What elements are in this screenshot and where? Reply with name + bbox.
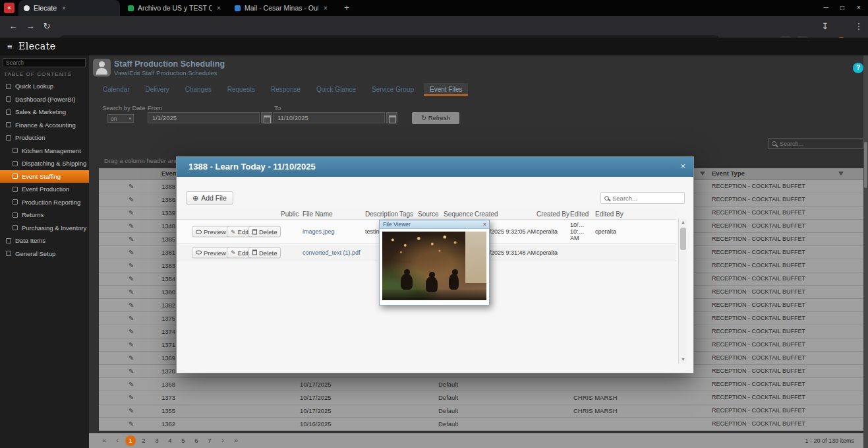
sidebar-item[interactable]: Dispatching & Shipping <box>0 157 89 170</box>
tab-changes[interactable]: Changes <box>179 83 217 96</box>
edit-pencil-icon[interactable]: ✎ <box>129 196 134 203</box>
to-date-input[interactable]: 11/10/2025 <box>273 112 385 123</box>
tab-close-icon[interactable]: × <box>324 5 328 12</box>
sidebar-search-input[interactable] <box>3 58 86 67</box>
hamburger-menu-icon[interactable]: ≡ <box>7 42 13 51</box>
scrollbar-thumb[interactable] <box>680 228 686 250</box>
next-page-button[interactable]: › <box>217 435 228 446</box>
table-row[interactable]: ✎ 1362 10/16/2025 Default RECEPTION - CO… <box>99 418 863 431</box>
column-created[interactable]: Created <box>475 210 498 218</box>
forward-icon[interactable]: → <box>24 20 37 33</box>
back-icon[interactable]: ← <box>7 20 20 33</box>
edit-pencil-icon[interactable]: ✎ <box>129 354 134 362</box>
sidebar-item[interactable]: Quick Lookup <box>0 80 89 93</box>
page-button-5[interactable]: 5 <box>178 435 188 446</box>
page-button-6[interactable]: 6 <box>191 435 202 446</box>
sidebar-item[interactable]: General Setup <box>0 247 89 261</box>
refresh-button[interactable]: ↻ Refresh <box>412 112 459 124</box>
edit-pencil-icon[interactable]: ✎ <box>129 407 134 414</box>
tab-calendar[interactable]: Calendar <box>97 83 136 96</box>
modal-header[interactable]: 1388 - Learn Today - 11/10/2025 × <box>177 157 693 177</box>
browser-menu-icon[interactable]: ⋮ <box>852 20 865 33</box>
sidebar-item[interactable]: Returns <box>0 208 89 222</box>
red-menu-icon[interactable]: « <box>4 3 14 13</box>
modal-scrollbar[interactable]: ▲ ▼ <box>678 218 687 364</box>
browser-tab-mail[interactable]: Mail - Cesar Minas - Outl × <box>229 0 337 16</box>
column-sequence[interactable]: Sequence <box>444 210 473 218</box>
edit-pencil-icon[interactable]: ✎ <box>129 394 134 401</box>
table-row[interactable]: ✎ 1368 10/17/2025 Default RECEPTION - CO… <box>99 378 863 391</box>
grid-search-box[interactable] <box>768 138 863 149</box>
window-minimize-button[interactable]: ─ <box>818 0 834 16</box>
sidebar-item[interactable]: Sales & Marketing <box>0 106 89 119</box>
help-button[interactable]: ? <box>853 63 863 73</box>
edit-pencil-icon[interactable]: ✎ <box>129 275 134 282</box>
edit-pencil-icon[interactable]: ✎ <box>129 262 134 269</box>
edit-pencil-icon[interactable]: ✎ <box>129 368 134 375</box>
edit-pencil-icon[interactable]: ✎ <box>129 209 134 216</box>
column-source[interactable]: Source <box>418 210 439 218</box>
from-date-input[interactable]: 1/1/2025 <box>148 112 260 123</box>
page-button-1[interactable]: 1 <box>125 435 136 446</box>
column-edited-by[interactable]: Edited By <box>595 210 623 218</box>
edit-pencil-icon[interactable]: ✎ <box>129 420 134 428</box>
tab-requests[interactable]: Requests <box>221 83 261 96</box>
file-viewer-window[interactable]: File Viewer × <box>379 220 490 305</box>
edit-pencil-icon[interactable]: ✎ <box>129 381 134 388</box>
scrollbar-thumb[interactable] <box>864 142 867 188</box>
scroll-down-icon[interactable]: ▼ <box>679 356 687 364</box>
column-edited[interactable]: Edited <box>570 210 589 218</box>
window-maximize-button[interactable]: □ <box>834 0 850 16</box>
edit-pencil-icon[interactable]: ✎ <box>129 249 134 256</box>
browser-tab-archivo[interactable]: Archivo de US y TEST QA × <box>123 0 227 16</box>
page-button-4[interactable]: 4 <box>165 435 175 446</box>
modal-search-box[interactable] <box>600 192 685 204</box>
sidebar-item[interactable]: Dashboard (PowerBI) <box>0 93 89 106</box>
previous-page-button[interactable]: ‹ <box>112 435 123 446</box>
file-name-link[interactable]: images.jpeg <box>303 228 335 235</box>
column-file-name[interactable]: File Name <box>303 210 333 218</box>
filter-funnel-icon[interactable] <box>700 172 705 176</box>
page-button-7[interactable]: 7 <box>204 435 215 446</box>
last-page-button[interactable]: » <box>231 435 241 446</box>
sidebar-item[interactable]: Production <box>0 131 89 144</box>
first-page-button[interactable]: « <box>99 435 109 446</box>
search-by-date-select[interactable]: ▾on <box>107 114 134 123</box>
grid-search-input[interactable] <box>780 141 852 147</box>
edit-pencil-icon[interactable]: ✎ <box>129 315 134 322</box>
delete-button[interactable]: Delete <box>248 247 281 258</box>
column-created-by[interactable]: Created By <box>536 210 569 218</box>
edit-pencil-icon[interactable]: ✎ <box>129 222 134 230</box>
delete-button[interactable]: Delete <box>248 226 281 238</box>
edit-pencil-icon[interactable]: ✎ <box>129 183 134 190</box>
downloads-icon[interactable]: ↧ <box>819 20 832 33</box>
file-viewer-titlebar[interactable]: File Viewer × <box>380 220 489 229</box>
sidebar-item[interactable]: Event Production <box>0 183 89 196</box>
edit-pencil-icon[interactable]: ✎ <box>129 302 134 309</box>
preview-button[interactable]: Preview <box>192 226 230 238</box>
browser-tab-elecate[interactable]: Elecate × <box>18 0 120 16</box>
tab-response[interactable]: Response <box>265 83 306 96</box>
file-viewer-close-icon[interactable]: × <box>483 220 486 229</box>
table-row[interactable]: ✎ 1373 10/17/2025 Default CHRIS MARSH RE… <box>99 391 863 404</box>
from-calendar-icon[interactable] <box>261 112 272 123</box>
column-description[interactable]: Description <box>365 210 398 218</box>
filter-funnel-icon[interactable] <box>838 172 844 176</box>
tab-event-files[interactable]: Event Files <box>424 83 468 96</box>
page-button-2[interactable]: 2 <box>138 435 149 446</box>
sidebar-item[interactable]: Production Reporting <box>0 196 89 209</box>
event-type-column-header[interactable]: Event Type <box>712 170 745 177</box>
sidebar-item[interactable]: Event Staffing <box>0 170 89 183</box>
sidebar-item[interactable]: Kitchen Management <box>0 144 89 158</box>
add-file-button[interactable]: ⊕ Add File <box>186 191 233 205</box>
tab-service-group[interactable]: Service Group <box>366 83 420 96</box>
edit-pencil-icon[interactable]: ✎ <box>129 328 134 335</box>
file-name-link[interactable]: converted_text (1).pdf <box>303 249 361 256</box>
column-public[interactable]: Public <box>281 210 299 218</box>
scroll-up-icon[interactable]: ▲ <box>679 218 687 226</box>
page-button-3[interactable]: 3 <box>152 435 162 446</box>
sidebar-item[interactable]: Purchasing & Inventory <box>0 222 89 235</box>
tab-close-icon[interactable]: × <box>217 5 221 12</box>
column-tags[interactable]: Tags <box>399 210 413 218</box>
table-row[interactable]: ✎ 1355 10/17/2025 Default CHRIS MARSH RE… <box>99 404 863 418</box>
